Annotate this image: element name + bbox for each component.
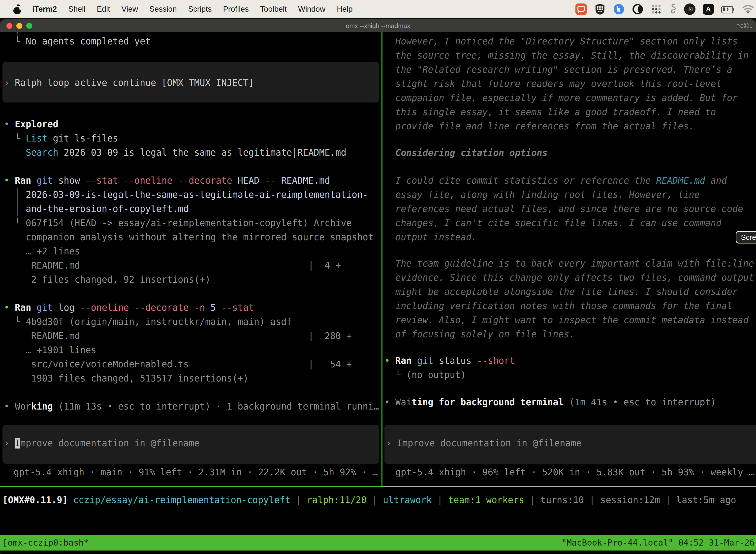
ralph-inject-text: › Ralph loop active continue [OMX_TMUX_I… <box>4 76 254 90</box>
left-git-show-block: • Ran git show --stat --oneline --decora… <box>4 173 374 287</box>
left-git-log-block: • Ran git log --oneline --decorate -n 5 … <box>4 300 352 385</box>
left-prompt-text: › Improve documentation in @filename <box>4 436 200 450</box>
battery-percent-badge-icon[interactable]: ..61 <box>684 3 695 15</box>
messages-icon[interactable] <box>575 3 587 15</box>
menu-items: ShellEditViewSessionScriptsProfilesToolb… <box>68 5 353 14</box>
menu-item-help[interactable]: Help <box>337 5 353 14</box>
battery-icon[interactable] <box>721 6 735 13</box>
menu-item-edit[interactable]: Edit <box>97 5 110 14</box>
terminal-area: └ No agents completed yet › Ralph loop a… <box>0 32 756 554</box>
left-explored-block: • Explored └ List git ls-files Search 20… <box>4 117 346 160</box>
dark-crescent-icon[interactable] <box>632 3 643 15</box>
right-git-status-block: • Ran git status --short └ (no output) <box>384 354 515 382</box>
wifi-icon[interactable] <box>742 5 754 14</box>
left-no-agents-line: └ No agents completed yet <box>4 34 151 48</box>
left-prompt-input[interactable]: › Improve documentation in @filename <box>2 425 379 464</box>
left-pane-bottom-border <box>0 486 382 487</box>
right-session-stats: gpt-5.4 xhigh · 96% left · 520K in · 5.8… <box>395 465 754 479</box>
squiggle-icon[interactable] <box>669 3 677 15</box>
dots-grid-icon[interactable] <box>651 4 662 15</box>
menu-item-scripts[interactable]: Scripts <box>188 5 212 14</box>
menu-item-profiles[interactable]: Profiles <box>223 5 249 14</box>
menu-app-name[interactable]: iTerm2 <box>32 5 57 14</box>
menu-item-shell[interactable]: Shell <box>68 5 85 14</box>
window-shortcut-badge: ⌥⌘1 <box>737 19 753 32</box>
macos-menu-bar: iTerm2 ShellEditViewSessionScriptsProfil… <box>0 0 756 18</box>
blue-badge-icon[interactable] <box>613 3 625 15</box>
menu-item-session[interactable]: Session <box>149 5 177 14</box>
iterm-window: omx --xhigh --madmax ⌥⌘1 └ No agents com… <box>0 19 756 554</box>
ralph-inject-banner: › Ralph loop active continue [OMX_TMUX_I… <box>2 62 379 103</box>
right-reasoning-para2: I could cite commit statistics or refere… <box>395 173 743 244</box>
right-waiting-status-line: • Waiting for background terminal (1m 41… <box>384 395 716 409</box>
right-pane-bottom-border <box>382 486 756 487</box>
right-reasoning-heading: Considering citation options <box>395 146 548 160</box>
window-title: omx --xhigh --madmax <box>0 19 756 32</box>
a-badge-icon[interactable]: A <box>703 4 714 15</box>
pane-divider[interactable] <box>381 32 382 486</box>
omx-status-line: [OMX#0.11.9] cczip/essay/ai-reimplementa… <box>2 493 736 507</box>
menu-item-window[interactable]: Window <box>298 5 325 14</box>
menubar-status-icons: ..61 A <box>575 0 754 18</box>
screen-tooltip-button[interactable]: Scre <box>736 231 756 243</box>
tmux-status-bar: [omx-cczip0:bash* "MacBook-Pro-44.local"… <box>0 535 756 551</box>
menu-item-view[interactable]: View <box>122 5 138 14</box>
left-session-stats: gpt-5.4 xhigh · main · 91% left · 2.31M … <box>14 465 378 479</box>
tmux-host-clock: "MacBook-Pro-44.local" 04:52 31-Mar-26 <box>562 535 755 551</box>
right-reasoning-para3: The team guideline is to back every impo… <box>395 257 754 341</box>
right-prompt-text: › Improve documentation in @filename <box>386 436 582 450</box>
tmux-session-label[interactable]: [omx-cczip0:bash* <box>2 535 89 551</box>
left-working-status-line: • Working (11m 13s • esc to interrupt) ·… <box>4 399 379 413</box>
menu-item-toolbelt[interactable]: Toolbelt <box>260 5 287 14</box>
right-prompt-input[interactable]: › Improve documentation in @filename <box>384 425 756 464</box>
apple-menu-icon[interactable] <box>13 4 21 14</box>
shield-grid-icon[interactable] <box>594 3 606 15</box>
right-reasoning-para1: However, I noticed the "Directory Struct… <box>395 34 749 133</box>
window-title-bar[interactable]: omx --xhigh --madmax ⌥⌘1 <box>0 19 756 33</box>
